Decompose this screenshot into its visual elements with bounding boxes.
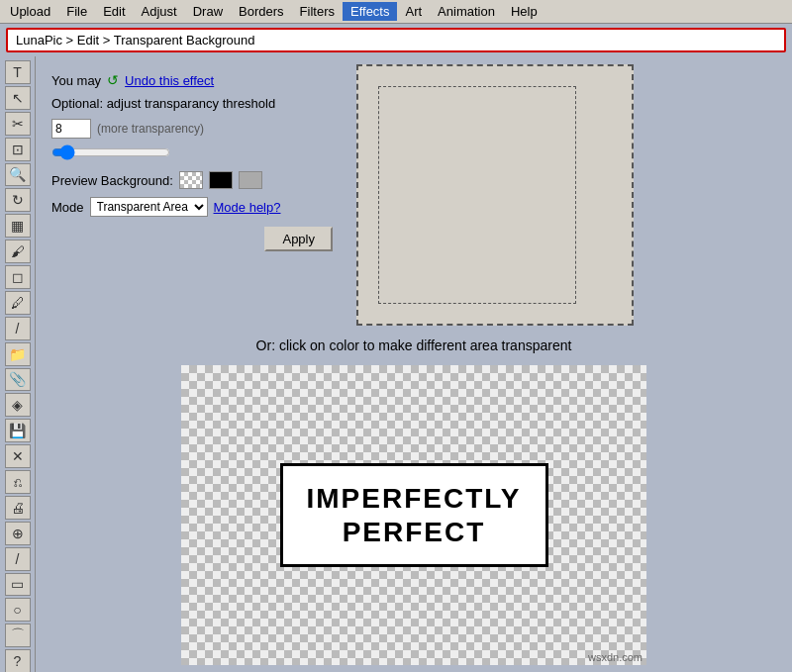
mode-help-link[interactable]: Mode help? <box>214 200 281 215</box>
main-layout: T ↖ ✂ ⊡ 🔍 ↻ ▦ 🖌 ◻ 🖊 / 📁 📎 ◈ 💾 ✕ ⎌ 🖨 ⊕ / … <box>0 56 792 672</box>
tool-scissors[interactable]: ✂ <box>5 112 31 136</box>
top-panel: You may ↺ Undo this effect Optional: adj… <box>44 64 784 326</box>
breadcrumb: LunaPic > Edit > Transparent Background <box>6 28 786 52</box>
undo-link[interactable]: Undo this effect <box>125 73 214 88</box>
tool-help-toolbar[interactable]: ? <box>5 649 31 672</box>
content-area: You may ↺ Undo this effect Optional: adj… <box>36 56 792 672</box>
watermark: wsxdn.com <box>588 651 643 663</box>
stamp-line2: PERFECT <box>307 516 522 549</box>
menu-filters[interactable]: Filters <box>292 2 343 21</box>
tool-pen[interactable]: / <box>5 317 31 340</box>
menu-edit[interactable]: Edit <box>95 2 133 21</box>
tool-text[interactable]: T <box>5 60 31 84</box>
slider-row <box>51 144 333 163</box>
or-label: Or: click on color to make different are… <box>44 337 784 353</box>
threshold-slider[interactable] <box>51 144 170 160</box>
mode-label: Mode <box>51 200 84 215</box>
tool-arrow[interactable]: ↖ <box>5 86 31 110</box>
canvas-area[interactable]: IMPERFECTLY PERFECT wsxdn.com <box>181 365 646 665</box>
preview-bg-row: Preview Background: <box>51 171 333 189</box>
tool-fill[interactable]: ▦ <box>5 214 31 238</box>
tool-share[interactable]: ⊕ <box>5 522 31 545</box>
threshold-row: (more transparency) <box>51 119 333 139</box>
apply-button[interactable]: Apply <box>264 227 333 251</box>
tool-eraser[interactable]: ◻ <box>5 265 31 289</box>
tool-save[interactable]: 💾 <box>5 419 31 442</box>
swatch-gray[interactable] <box>239 171 262 189</box>
menu-art[interactable]: Art <box>397 2 430 21</box>
undo-row: You may ↺ Undo this effect <box>51 72 333 88</box>
toolbar: T ↖ ✂ ⊡ 🔍 ↻ ▦ 🖌 ◻ 🖊 / 📁 📎 ◈ 💾 ✕ ⎌ 🖨 ⊕ / … <box>0 56 36 672</box>
menu-adjust[interactable]: Adjust <box>134 2 185 21</box>
swatch-white[interactable] <box>179 171 203 189</box>
apply-row: Apply <box>51 227 333 251</box>
tool-print[interactable]: 🖨 <box>5 496 31 520</box>
menu-file[interactable]: File <box>58 2 95 21</box>
tool-circle[interactable]: ○ <box>5 598 31 622</box>
threshold-input[interactable] <box>51 119 91 139</box>
menu-help[interactable]: Help <box>503 2 545 21</box>
undo-prefix: You may <box>51 73 101 88</box>
mode-row: Mode Transparent Area Mode help? <box>51 197 333 217</box>
menu-effects[interactable]: Effects <box>343 2 398 21</box>
undo-icon: ↺ <box>107 72 119 88</box>
tool-rotate[interactable]: ↻ <box>5 188 31 212</box>
tool-smudge[interactable]: ◈ <box>5 393 31 417</box>
tool-eyedropper[interactable]: 🖊 <box>5 291 31 315</box>
tool-rect[interactable]: ▭ <box>5 573 31 597</box>
swatch-black[interactable] <box>209 171 233 189</box>
stamp-line1: IMPERFECTLY <box>307 482 522 516</box>
menu-draw[interactable]: Draw <box>185 2 231 21</box>
canvas-image-container: IMPERFECTLY PERFECT <box>181 365 646 665</box>
menu-borders[interactable]: Borders <box>231 2 292 21</box>
mode-select[interactable]: Transparent Area <box>90 197 208 217</box>
threshold-hint: (more transparency) <box>97 122 204 136</box>
tool-brush[interactable]: 🖌 <box>5 240 31 263</box>
tool-zoom[interactable]: 🔍 <box>5 163 31 187</box>
menu-upload[interactable]: Upload <box>2 2 58 21</box>
menubar: Upload File Edit Adjust Draw Borders Fil… <box>0 0 792 24</box>
controls-panel: You may ↺ Undo this effect Optional: adj… <box>44 64 341 326</box>
tool-clip[interactable]: 📎 <box>5 368 31 392</box>
tool-undo-toolbar[interactable]: ⎌ <box>5 470 31 494</box>
menu-animation[interactable]: Animation <box>430 2 503 21</box>
tool-crop[interactable]: ⊡ <box>5 138 31 161</box>
preview-inner <box>378 86 576 304</box>
tool-folder[interactable]: 📁 <box>5 342 31 366</box>
tool-line[interactable]: / <box>5 547 31 571</box>
preview-bg-label: Preview Background: <box>51 173 173 188</box>
tool-close[interactable]: ✕ <box>5 444 31 468</box>
optional-label: Optional: adjust transparancy threshold <box>51 96 275 111</box>
tool-curve[interactable]: ⌒ <box>5 624 31 647</box>
breadcrumb-text: LunaPic > Edit > Transparent Background <box>16 33 254 48</box>
stamp-box: IMPERFECTLY PERFECT <box>280 463 548 567</box>
optional-row: Optional: adjust transparancy threshold <box>51 96 333 111</box>
preview-panel <box>356 64 634 326</box>
